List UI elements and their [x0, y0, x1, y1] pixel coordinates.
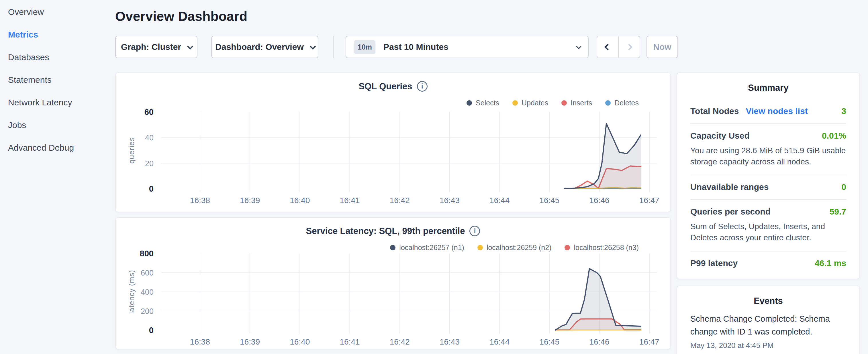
- x-tick-label: 16:40: [290, 337, 310, 346]
- y-tick-label: 40: [145, 133, 154, 142]
- y-tick-label: 400: [141, 288, 154, 296]
- events-list: Schema Change Completed: Schema change w…: [690, 313, 846, 350]
- summary-row: Capacity Used0.01%You are using 28.6 MiB…: [690, 123, 846, 175]
- x-tick-label: 16:44: [490, 337, 509, 346]
- x-tick-label: 16:43: [440, 196, 460, 205]
- chevron-left-icon: [604, 43, 611, 51]
- x-tick-label: 16:46: [589, 337, 610, 346]
- graph-dropdown-label: Graph: Cluster: [121, 42, 181, 52]
- summary-row-subtext: You are using 28.6 MiB of 515.9 GiB usab…: [690, 145, 846, 167]
- x-tick-label: 16:45: [539, 196, 559, 205]
- time-range-label: Past 10 Minutes: [383, 42, 448, 52]
- summary-row-value: 0.01%: [822, 131, 846, 141]
- y-tick-label: 600: [141, 269, 154, 277]
- page-title: Overview Dashboard: [115, 9, 247, 24]
- x-tick-label: 16:39: [240, 337, 260, 346]
- chevron-down-icon: [187, 43, 193, 49]
- x-tick-label: 16:43: [440, 337, 460, 346]
- service-latency-chart[interactable]: 16:3816:3916:4016:4116:4216:4316:4416:45…: [116, 218, 670, 349]
- event-text: Schema Change Completed: Schema change w…: [690, 313, 846, 338]
- events-title: Events: [690, 296, 846, 306]
- summary-row-label: Capacity Used: [690, 131, 750, 141]
- summary-row-value: 59.7: [830, 207, 846, 217]
- x-tick-label: 16:47: [639, 337, 659, 346]
- y-tick-label: 0: [149, 184, 154, 193]
- summary-row: Queries per second59.7Sum of Selects, Up…: [690, 199, 846, 251]
- chevron-right-icon: [626, 43, 632, 51]
- summary-row-value: 0: [841, 182, 846, 192]
- summary-row-label: Total Nodes: [690, 106, 739, 116]
- summary-row: Unavailable ranges0: [690, 175, 846, 199]
- x-tick-label: 16:41: [340, 196, 360, 205]
- sidebar-item-advanced-debug[interactable]: Advanced Debug: [0, 136, 115, 159]
- y-tick-label: 200: [141, 307, 154, 316]
- summary-row-subtext: Sum of Selects, Updates, Inserts, and De…: [690, 221, 846, 243]
- time-prev-button[interactable]: [597, 36, 618, 58]
- now-button[interactable]: Now: [647, 36, 678, 58]
- x-tick-label: 16:47: [639, 196, 659, 205]
- event-item: Schema Change Completed: Schema change w…: [690, 313, 846, 350]
- summary-panel: Summary Total NodesView nodes list3Capac…: [677, 72, 860, 279]
- time-range-dropdown[interactable]: 10m Past 10 Minutes: [346, 36, 589, 58]
- sidebar-item-jobs[interactable]: Jobs: [0, 114, 115, 136]
- graph-dropdown[interactable]: Graph: Cluster: [115, 36, 197, 58]
- sidebar-item-overview[interactable]: Overview: [0, 1, 115, 23]
- y-tick-label: 0: [149, 326, 154, 335]
- time-step-buttons: [597, 36, 640, 58]
- time-next-button[interactable]: [619, 36, 640, 58]
- sidebar-item-metrics[interactable]: Metrics: [0, 23, 115, 46]
- sidebar-item-statements[interactable]: Statements: [0, 68, 115, 91]
- x-tick-label: 16:38: [190, 337, 210, 346]
- toolbar-divider: [333, 36, 334, 58]
- sql-queries-card: SQL Queries i SelectsUpdatesInsertsDelet…: [115, 72, 671, 212]
- x-tick-label: 16:46: [589, 196, 610, 205]
- now-button-label: Now: [653, 42, 671, 52]
- sidebar-item-network-latency[interactable]: Network Latency: [0, 91, 115, 114]
- x-tick-label: 16:42: [390, 196, 410, 205]
- x-tick-label: 16:42: [390, 337, 410, 346]
- x-tick-label: 16:41: [340, 337, 360, 346]
- view-nodes-list-link[interactable]: View nodes list: [746, 106, 808, 116]
- y-tick-label: 800: [140, 249, 154, 258]
- sidebar-item-databases[interactable]: Databases: [0, 46, 115, 68]
- events-panel: Events Schema Change Completed: Schema c…: [677, 286, 860, 354]
- y-axis-label: queries: [127, 137, 136, 164]
- dashboard-dropdown-label: Dashboard: Overview: [215, 42, 304, 52]
- service-latency-card: Service Latency: SQL, 99th percentile i …: [115, 217, 671, 349]
- x-tick-label: 16:39: [240, 196, 260, 205]
- summary-row-label: Unavailable ranges: [690, 182, 769, 192]
- summary-row-value: 3: [841, 106, 846, 116]
- summary-row: P99 latency46.1 ms: [690, 251, 846, 276]
- x-tick-label: 16:45: [539, 337, 559, 346]
- sql-queries-chart[interactable]: 16:3816:3916:4016:4116:4216:4316:4416:45…: [116, 73, 670, 212]
- summary-title: Summary: [690, 83, 846, 93]
- x-tick-label: 16:38: [190, 196, 210, 205]
- chevron-down-icon: [576, 44, 581, 49]
- time-range-badge: 10m: [354, 40, 375, 54]
- x-tick-label: 16:40: [290, 196, 310, 205]
- dashboard-dropdown[interactable]: Dashboard: Overview: [211, 36, 318, 58]
- page: OverviewMetricsDatabasesStatementsNetwor…: [0, 0, 868, 354]
- y-axis-label: latency (ms): [127, 270, 136, 314]
- chevron-down-icon: [310, 43, 316, 49]
- summary-row-label: Queries per second: [690, 207, 771, 217]
- event-timestamp: May 13, 2020 at 4:45 PM: [690, 341, 846, 350]
- summary-rows: Total NodesView nodes list3Capacity Used…: [690, 99, 846, 276]
- summary-row-value: 46.1 ms: [815, 258, 846, 268]
- summary-row: Total NodesView nodes list3: [690, 99, 846, 123]
- sidebar-nav: OverviewMetricsDatabasesStatementsNetwor…: [0, 1, 115, 159]
- y-tick-label: 20: [145, 159, 154, 168]
- sidebar: OverviewMetricsDatabasesStatementsNetwor…: [0, 0, 115, 354]
- y-tick-label: 60: [145, 107, 154, 117]
- x-tick-label: 16:44: [490, 196, 509, 205]
- summary-row-label: P99 latency: [690, 258, 738, 268]
